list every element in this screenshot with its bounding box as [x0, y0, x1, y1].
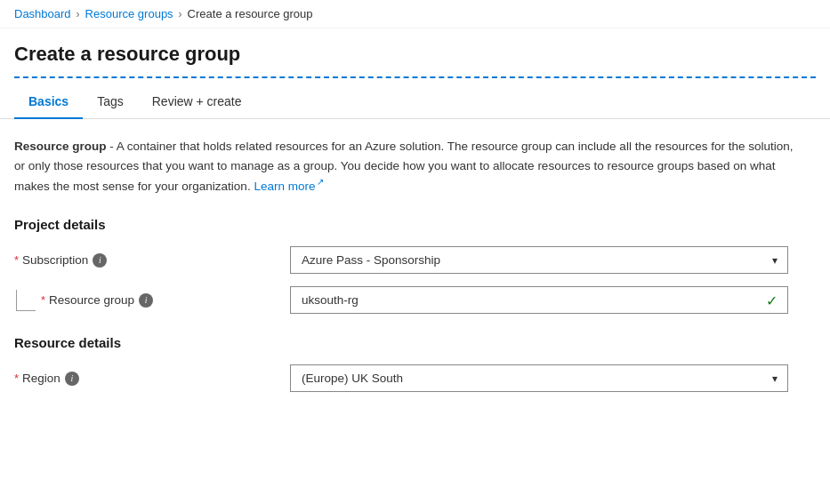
- learn-more-link[interactable]: Learn more↗: [254, 180, 324, 193]
- description-text: - A container that holds related resourc…: [14, 140, 793, 193]
- tab-basics[interactable]: Basics: [14, 85, 83, 119]
- subscription-label: Subscription: [22, 253, 88, 267]
- region-dropdown[interactable]: (Europe) UK South: [290, 364, 788, 392]
- subscription-dropdown-wrapper: Azure Pass - Sponsorship ▾: [290, 246, 788, 274]
- project-details-section: Project details * Subscription i Azure P…: [14, 217, 816, 314]
- subscription-dropdown[interactable]: Azure Pass - Sponsorship: [290, 246, 788, 274]
- resource-group-required: *: [41, 293, 45, 307]
- resource-group-row: * Resource group i ✓: [14, 286, 816, 314]
- breadcrumb-sep-2: ›: [179, 8, 182, 20]
- description-term: Resource group: [14, 140, 107, 153]
- subscription-label-col: * Subscription i: [14, 253, 290, 268]
- region-row: * Region i (Europe) UK South ▾: [14, 364, 816, 392]
- resource-group-info-icon[interactable]: i: [139, 293, 153, 308]
- subscription-row: * Subscription i Azure Pass - Sponsorshi…: [14, 246, 816, 274]
- tab-tags[interactable]: Tags: [83, 85, 138, 119]
- breadcrumb-current: Create a resource group: [188, 7, 313, 20]
- resource-details-heading: Resource details: [14, 335, 816, 350]
- indent-connector: * Resource group i: [14, 290, 153, 311]
- region-label-col: * Region i: [14, 372, 290, 386]
- breadcrumb: Dashboard › Resource groups › Create a r…: [0, 0, 830, 28]
- region-label: Region: [22, 372, 60, 385]
- resource-group-label-col: * Resource group i: [14, 290, 290, 311]
- resource-group-label: Resource group: [49, 293, 134, 307]
- connector-line: [16, 290, 36, 311]
- page-header: Create a resource group: [0, 28, 830, 76]
- tab-review-create[interactable]: Review + create: [138, 85, 256, 119]
- external-link-icon: ↗: [317, 177, 324, 187]
- tab-bar: Basics Tags Review + create: [0, 85, 830, 119]
- resource-group-input-wrapper: ✓: [290, 286, 788, 314]
- resource-details-section: Resource details * Region i (Europe) UK …: [14, 335, 816, 392]
- description-block: Resource group - A container that holds …: [14, 137, 797, 196]
- resource-group-control: ✓: [290, 286, 788, 314]
- region-control: (Europe) UK South ▾: [290, 364, 788, 392]
- region-required: *: [14, 372, 19, 385]
- subscription-control: Azure Pass - Sponsorship ▾: [290, 246, 788, 274]
- project-details-heading: Project details: [14, 217, 816, 232]
- page-title: Create a resource group: [14, 43, 816, 66]
- tab-divider: [14, 76, 816, 78]
- region-info-icon[interactable]: i: [65, 372, 79, 386]
- resource-group-input[interactable]: [290, 286, 788, 314]
- subscription-info-icon[interactable]: i: [93, 253, 107, 268]
- region-dropdown-wrapper: (Europe) UK South ▾: [290, 364, 788, 392]
- breadcrumb-resource-groups[interactable]: Resource groups: [85, 7, 173, 20]
- breadcrumb-sep-1: ›: [77, 8, 80, 20]
- breadcrumb-dashboard[interactable]: Dashboard: [14, 7, 71, 20]
- subscription-required: *: [14, 253, 19, 267]
- content-area: Resource group - A container that holds …: [0, 119, 830, 431]
